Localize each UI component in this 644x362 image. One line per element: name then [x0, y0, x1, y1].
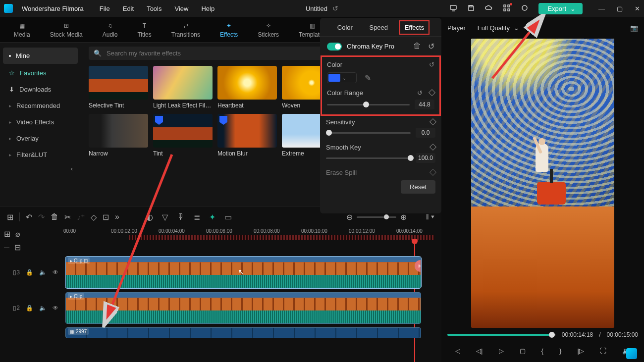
sidebar-item-mine[interactable]: Mine	[3, 48, 78, 64]
inspector-tab-effects[interactable]: Effects	[402, 23, 428, 32]
sidebar-item-favorites[interactable]: ☆Favorites	[0, 65, 81, 81]
undo-button[interactable]: ↶	[26, 212, 32, 222]
mark-in-button[interactable]: {	[541, 347, 543, 355]
mixer-button[interactable]: ≣	[194, 212, 200, 222]
effect-thumb[interactable]: Motion Blur	[217, 114, 277, 157]
timeline-ruler[interactable]: 00:0000:00:02:0000:00:04:0000:00:06:0000…	[63, 227, 441, 240]
scrub-slider[interactable]	[447, 334, 556, 336]
music-button[interactable]: ♪⁺	[77, 212, 85, 222]
minimize-button[interactable]: —	[598, 5, 605, 12]
reset-range-icon[interactable]: ↺	[417, 89, 423, 97]
sensitivity-value[interactable]: 0.0	[416, 128, 435, 138]
history-icon[interactable]: ↺	[332, 4, 338, 12]
mute-icon[interactable]: 🔈	[39, 269, 47, 276]
delete-button[interactable]: 🗑	[51, 212, 58, 221]
sidebar-item-filter-lut[interactable]: ▸Filter&LUT	[0, 147, 81, 163]
reset-button[interactable]: Reset	[401, 180, 435, 194]
step-fwd-button[interactable]: |▷	[577, 347, 584, 355]
cut-button[interactable]: ✂	[64, 212, 71, 222]
smooth-value[interactable]: 100.0	[416, 153, 435, 163]
redo-button[interactable]: ↷	[38, 212, 45, 222]
inspector-tab-speed[interactable]: Speed	[366, 23, 391, 32]
sidebar-collapse-button[interactable]: ‹	[0, 163, 81, 174]
close-button[interactable]: ✕	[635, 5, 640, 12]
sidebar-item-recommended[interactable]: ▸Recommended	[0, 98, 81, 114]
color-picker[interactable]: ⌄	[327, 72, 357, 83]
cloud-icon[interactable]	[485, 4, 493, 13]
mark-out-button[interactable]: }	[559, 347, 561, 355]
step-back-button[interactable]: ◁|	[476, 347, 483, 355]
desktop-icon[interactable]	[449, 4, 457, 13]
timeline-clip[interactable]: ▸Clip⊡ ✂	[65, 257, 421, 288]
visibility-icon[interactable]: 👁	[53, 305, 58, 311]
tab-stickers[interactable]: ✧Stickers	[258, 21, 279, 38]
prev-clip-button[interactable]: ◁	[455, 347, 460, 355]
lock-icon[interactable]: 🔒	[26, 269, 33, 276]
sensitivity-slider[interactable]	[326, 132, 411, 134]
menu-file[interactable]: File	[100, 5, 110, 12]
delete-effect-icon[interactable]: 🗑	[413, 42, 421, 51]
keyframe-icon[interactable]	[429, 169, 436, 176]
tab-audio[interactable]: ♫Audio	[103, 21, 118, 38]
apps-icon[interactable]	[503, 4, 511, 13]
menu-tools[interactable]: Tools	[147, 5, 161, 12]
smooth-slider[interactable]	[326, 157, 411, 159]
tab-effects[interactable]: ✦Effects	[220, 21, 238, 38]
snapshot-button[interactable]: 📷	[630, 24, 638, 32]
lock-icon[interactable]: 🔒	[26, 305, 33, 311]
mute-icon[interactable]: 🔈	[39, 305, 47, 311]
sidebar-item-overlay[interactable]: ▸Overlay	[0, 130, 81, 147]
keyframe-icon[interactable]	[429, 118, 436, 125]
zoom-in-button[interactable]: ⊕	[400, 212, 407, 222]
render-button[interactable]: ◐	[146, 212, 153, 222]
keyframe-icon[interactable]	[429, 144, 436, 151]
fullscreen-button[interactable]: ⛶	[600, 347, 606, 355]
sidebar-item-downloads[interactable]: ⬇Downloads	[0, 81, 81, 98]
keyframe-icon[interactable]	[429, 89, 435, 96]
color-range-value[interactable]: 44.8	[415, 100, 434, 109]
crop-button[interactable]: ⊡	[103, 212, 109, 222]
tab-media[interactable]: ▦Media	[14, 21, 30, 38]
timeline-clip[interactable]: ▦2997	[65, 327, 421, 338]
collapse-icon[interactable]: ⊟	[14, 243, 21, 252]
eyedropper-icon[interactable]: ✎	[365, 73, 371, 83]
tab-stock-media[interactable]: ⊞Stock Media	[50, 21, 83, 38]
effect-thumb[interactable]: Tint	[153, 114, 213, 157]
quality-dropdown[interactable]: Full Quality ⌄	[478, 24, 519, 32]
export-button[interactable]: Export ⌄	[538, 3, 583, 14]
play-button[interactable]: ▷	[499, 347, 504, 355]
effect-toggle[interactable]	[327, 43, 342, 51]
track-options-icon[interactable]: ⊞	[4, 229, 10, 239]
voiceover-button[interactable]: 🎙	[177, 212, 185, 221]
timeline-view-button[interactable]: ⦀ ▾	[426, 212, 434, 221]
save-icon[interactable]	[467, 4, 475, 13]
unlink-icon[interactable]: ⌀	[15, 229, 20, 239]
ai-icon[interactable]	[521, 4, 529, 13]
sidebar-item-video-effects[interactable]: ▸Video Effects	[0, 114, 81, 130]
effect-thumb[interactable]: Heartbeat	[217, 66, 277, 109]
menu-edit[interactable]: Edit	[123, 5, 134, 12]
inspector-tab-color[interactable]: Color	[334, 23, 356, 32]
tab-transitions[interactable]: ⇄Transitions	[171, 21, 200, 38]
aspect-button[interactable]: ▭	[224, 212, 232, 222]
zoom-slider[interactable]	[357, 216, 396, 218]
menu-help[interactable]: Help	[201, 5, 215, 12]
visibility-icon[interactable]: 👁	[53, 269, 58, 276]
reset-effect-icon[interactable]: ↺	[428, 42, 434, 51]
stop-button[interactable]: ▢	[520, 347, 526, 355]
marker-button[interactable]: ▽	[162, 212, 168, 222]
tab-titles[interactable]: TTitles	[137, 21, 151, 38]
effect-thumb[interactable]: Narrow	[89, 114, 148, 157]
grid-icon[interactable]: ⊞	[7, 212, 13, 222]
preview-canvas[interactable]	[471, 39, 614, 328]
tag-button[interactable]: ◇	[91, 212, 97, 222]
menu-view[interactable]: View	[174, 5, 188, 12]
maximize-button[interactable]: ▢	[617, 5, 623, 12]
color-range-slider[interactable]	[327, 104, 410, 105]
timeline-clip[interactable]: ▸Clip	[65, 292, 421, 324]
effect-thumb[interactable]: Selective Tint	[89, 66, 148, 109]
more-tools-button[interactable]: »	[115, 212, 119, 221]
zoom-out-button[interactable]: ⊖	[346, 212, 353, 222]
effect-thumb[interactable]: Light Leak Effect Filter...	[153, 66, 213, 109]
auto-button[interactable]: ✦	[209, 212, 215, 222]
